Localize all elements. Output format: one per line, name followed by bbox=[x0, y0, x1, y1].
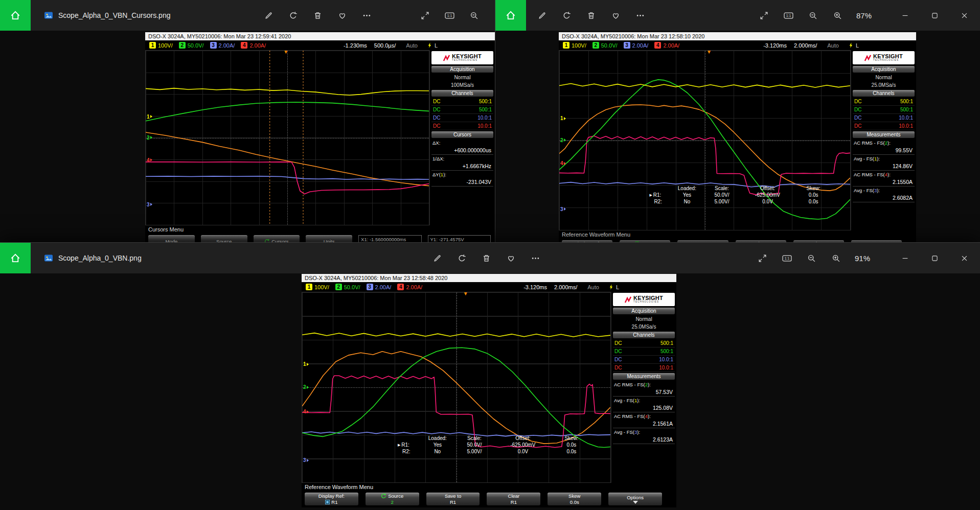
measurement-value: 2.1550A bbox=[853, 178, 915, 187]
scope-image-ref-full[interactable]: DSO-X 3024A, MY50210006: Mon Mar 23 12:5… bbox=[302, 274, 676, 507]
viewer-canvas: DSO-X 3024A, MY50210006: Mon Mar 23 12:5… bbox=[0, 31, 495, 242]
file-info: Scope_Alpha_0_VBN.png bbox=[44, 253, 142, 263]
inv-delta-x-value: +1.6667kHz bbox=[431, 163, 493, 171]
ch3-scale: 2.00A/ bbox=[375, 284, 392, 290]
home-button[interactable] bbox=[495, 0, 526, 31]
rotate-button[interactable] bbox=[453, 249, 470, 267]
edit-image-button[interactable] bbox=[533, 7, 551, 24]
edit-image-button[interactable] bbox=[260, 7, 277, 24]
heart-icon bbox=[507, 254, 515, 263]
ch2-trace bbox=[146, 102, 429, 121]
window-controls bbox=[893, 0, 976, 31]
measurement-value: 2.6123A bbox=[613, 436, 675, 444]
scope-header: DSO-X 3024A, MY50210006: Mon Mar 23 12:5… bbox=[145, 32, 495, 40]
zoom-out-button[interactable] bbox=[465, 7, 483, 24]
fullscreen-button[interactable] bbox=[754, 249, 771, 267]
actual-size-button[interactable]: 1:1 bbox=[778, 249, 795, 267]
ch1-trace bbox=[559, 84, 850, 87]
close-button[interactable] bbox=[952, 0, 976, 31]
measurement-label: AC RMS - FS(2): bbox=[613, 381, 675, 388]
scope-image-ref[interactable]: DSO-X 3024A, MY50210006: Mon Mar 23 12:5… bbox=[559, 32, 916, 242]
filename-label: Scope_Alpha_0_VBN.png bbox=[58, 254, 142, 262]
delete-button[interactable] bbox=[309, 7, 326, 24]
favorite-button[interactable] bbox=[333, 7, 351, 24]
fullscreen-icon bbox=[760, 11, 768, 20]
trash-icon bbox=[313, 11, 322, 20]
favorite-button[interactable] bbox=[607, 7, 624, 24]
delta-x-value: +600.000000us bbox=[431, 147, 493, 155]
timebase-delay: -3.120ms bbox=[763, 42, 787, 49]
actual-size-button[interactable]: 1:1 bbox=[441, 7, 458, 24]
titlebar[interactable]: Scope_Alpha_0_VBN.png 1:1 91% bbox=[0, 243, 980, 273]
zoom-in-button[interactable] bbox=[829, 7, 846, 24]
scope-sidebar: KEYSIGHTTECHNOLOGIES Acquisition Normal … bbox=[429, 50, 495, 225]
home-button[interactable] bbox=[0, 0, 31, 31]
more-options-button[interactable] bbox=[358, 7, 375, 24]
ch4-scale: 2.00A/ bbox=[663, 42, 679, 49]
delete-button[interactable] bbox=[477, 249, 495, 267]
minimize-button[interactable] bbox=[893, 0, 917, 31]
ch1-trace bbox=[302, 333, 610, 337]
view-controls: 1:1 bbox=[416, 0, 483, 31]
more-options-button[interactable] bbox=[527, 249, 544, 267]
ellipsis-icon bbox=[531, 254, 540, 263]
fullscreen-button[interactable] bbox=[755, 7, 772, 24]
trigger-source: L bbox=[435, 42, 438, 49]
cursors-panel-header: Cursors bbox=[431, 131, 493, 138]
ch2-tag: 2 bbox=[592, 42, 599, 49]
delete-button[interactable] bbox=[582, 7, 600, 24]
zoom-out-button[interactable] bbox=[804, 7, 822, 24]
titlebar[interactable]: Scope_Alpha_0_VBN_Cursors.png 1:1 bbox=[0, 0, 495, 31]
softkey-menu-label: Cursors Menu bbox=[145, 225, 495, 234]
ch3-scale: 2.00A/ bbox=[632, 42, 649, 49]
zoom-out-button[interactable] bbox=[803, 249, 820, 267]
favorite-button[interactable] bbox=[502, 249, 519, 267]
channel-row-2: DC500:1 bbox=[613, 347, 675, 356]
minimize-icon bbox=[902, 256, 908, 261]
one-to-one-icon: 1:1 bbox=[784, 11, 793, 20]
view-controls: 1:1 91% bbox=[754, 243, 870, 273]
softkey-row: Mode Source Cursors Units X1: -1.5600000… bbox=[145, 234, 495, 242]
softkey-menu-label: Reference Waveform Menu bbox=[302, 483, 676, 491]
ch1-ground-marker: 1 bbox=[303, 361, 310, 367]
ch2-scale: 50.0V/ bbox=[601, 42, 618, 49]
fullscreen-button[interactable] bbox=[416, 7, 434, 24]
scope-header: DSO-X 3024A, MY50210006: Mon Mar 23 12:5… bbox=[559, 32, 916, 40]
close-button[interactable] bbox=[952, 243, 976, 273]
edit-image-button[interactable] bbox=[428, 249, 446, 267]
maximize-button[interactable] bbox=[923, 243, 946, 273]
titlebar[interactable]: 1:1 87% bbox=[495, 0, 980, 31]
softkey-mode: Mode bbox=[148, 235, 195, 242]
ch3-tag: 3 bbox=[367, 284, 373, 290]
minimize-button[interactable] bbox=[893, 243, 917, 273]
ch1-trace bbox=[146, 88, 429, 96]
toolbar bbox=[533, 0, 649, 31]
window-scope-ref: Scope_Alpha_0_VBN.png 1:1 91% DSO-X 3024… bbox=[0, 242, 980, 510]
softkey-source: Source2 bbox=[366, 493, 419, 505]
trigger-position-marker: ▼ bbox=[463, 292, 468, 296]
home-icon bbox=[10, 252, 21, 264]
home-button[interactable] bbox=[0, 243, 31, 273]
rotate-button[interactable] bbox=[558, 7, 575, 24]
measurement-label: Avg - FS(1): bbox=[853, 155, 915, 163]
zoom-in-button[interactable] bbox=[827, 249, 845, 267]
inv-delta-x-label: 1/ΔX: bbox=[431, 155, 493, 163]
ch3-ground-marker: 3 bbox=[303, 457, 310, 463]
maximize-button[interactable] bbox=[923, 0, 946, 31]
measurements-panel-header: Measurements bbox=[613, 373, 675, 380]
waveforms bbox=[146, 51, 429, 225]
ch3-tag: 3 bbox=[210, 42, 217, 49]
rotate-button[interactable] bbox=[284, 7, 302, 24]
trigger-source: L bbox=[616, 284, 619, 290]
delta-y-label: ΔY(1): bbox=[431, 171, 493, 178]
maximize-icon bbox=[932, 13, 938, 18]
timebase-scale: 2.000ms/ bbox=[794, 42, 817, 49]
more-options-button[interactable] bbox=[631, 7, 649, 24]
rotate-icon bbox=[562, 11, 571, 20]
knob-icon bbox=[381, 493, 386, 499]
keysight-mark-icon bbox=[625, 296, 631, 303]
trigger-position-marker: ▼ bbox=[706, 50, 712, 55]
measurements-panel-header: Measurements bbox=[853, 131, 915, 138]
actual-size-button[interactable]: 1:1 bbox=[780, 7, 797, 24]
scope-image-cursors[interactable]: DSO-X 3024A, MY50210006: Mon Mar 23 12:5… bbox=[145, 32, 495, 242]
